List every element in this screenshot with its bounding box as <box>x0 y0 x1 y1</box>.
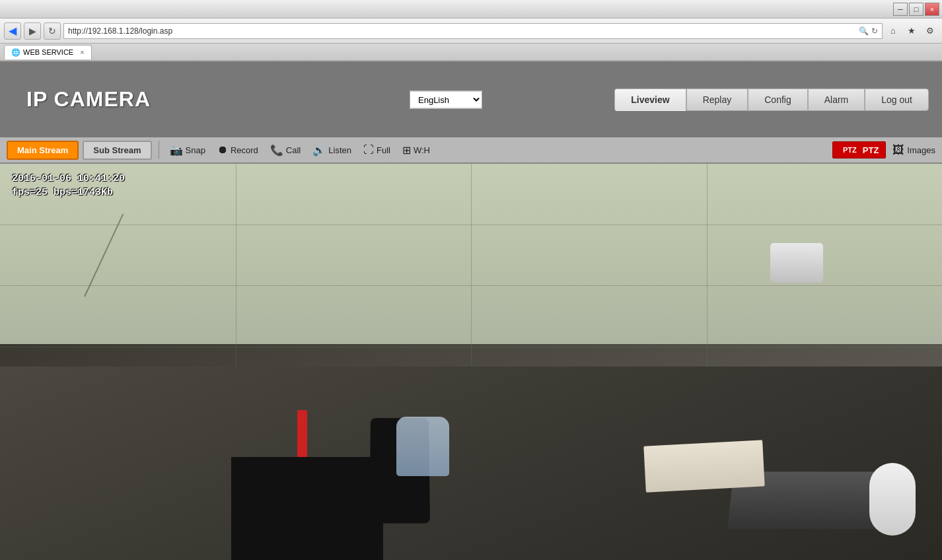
window-controls[interactable]: ─ □ × <box>893 3 939 16</box>
stats-text: fps=25 bps=1743Kb <box>12 186 125 199</box>
listen-tool[interactable]: 🔊 Listen <box>308 143 355 158</box>
search-icon[interactable]: 🔍 <box>859 26 869 36</box>
language-dropdown[interactable]: EngLish Chinese <box>410 90 482 108</box>
camera-device <box>770 243 823 283</box>
record-label: Record <box>231 145 258 155</box>
address-icons: 🔍 ↻ <box>859 26 878 36</box>
tab-liveview[interactable]: Liveview <box>614 88 686 111</box>
tab-logout-label: Log out <box>881 94 912 105</box>
images-icon: 🖼 <box>892 143 904 157</box>
right-tools: PTZ PTZ 🖼 Images <box>832 141 935 158</box>
toolbar-divider <box>159 141 159 159</box>
tab-replay[interactable]: Replay <box>686 88 748 111</box>
refresh-icon-small[interactable]: ↻ <box>871 26 878 36</box>
listen-icon: 🔊 <box>312 144 326 157</box>
tab-alarm-label: Alarm <box>824 94 849 105</box>
back-button[interactable]: ◀ <box>4 22 21 40</box>
wh-tool[interactable]: ⊞ W:H <box>398 143 434 158</box>
timestamp-text: 2016-01-06 10:41:20 <box>12 172 125 186</box>
app-logo: IP CAMERA <box>13 87 151 112</box>
tab-favicon: 🌐 <box>11 48 20 57</box>
snap-tool[interactable]: 📷 Snap <box>166 143 209 158</box>
tab-close-button[interactable]: × <box>80 48 84 56</box>
call-label: Call <box>286 145 301 155</box>
minimize-button[interactable]: ─ <box>893 3 908 16</box>
tab-title: WEB SERVICE <box>23 48 73 56</box>
grid-v2 <box>471 164 472 367</box>
title-bar: ─ □ × <box>0 0 942 18</box>
main-stream-button[interactable]: Main Stream <box>7 141 79 160</box>
full-label: Full <box>377 145 390 155</box>
dark-mat <box>231 457 383 560</box>
nav-tabs: Liveview Replay Config Alarm Log out <box>614 88 929 111</box>
nav-bar: ◀ ▶ ↻ http://192.168.1.128/login.asp 🔍 ↻… <box>0 18 942 44</box>
ptz-label: PTZ <box>863 145 879 155</box>
grid-v1 <box>236 164 236 367</box>
snap-icon: 📷 <box>170 144 183 157</box>
images-label: Images <box>907 145 935 155</box>
video-container: 2016-01-06 10:41:20 fps=25 bps=1743Kb IP… <box>0 164 942 560</box>
settings-button[interactable]: ⚙ <box>922 24 938 38</box>
images-button[interactable]: 🖼 Images <box>892 143 935 157</box>
refresh-button[interactable]: ↻ <box>44 22 61 40</box>
close-button[interactable]: × <box>925 3 939 16</box>
call-tool[interactable]: 📞 Call <box>266 143 305 158</box>
forward-button[interactable]: ▶ <box>24 22 41 40</box>
browser-tab[interactable]: 🌐 WEB SERVICE × <box>4 45 92 59</box>
bookmark-button[interactable]: ★ <box>904 24 920 38</box>
wh-label: W:H <box>414 145 430 155</box>
app-header: IP CAMERA EngLish Chinese Liveview Repla… <box>0 61 942 137</box>
papers-object <box>643 440 764 492</box>
tab-liveview-label: Liveview <box>631 94 669 105</box>
tab-logout[interactable]: Log out <box>865 88 929 111</box>
tab-alarm[interactable]: Alarm <box>808 88 865 111</box>
camera-feed: 2016-01-06 10:41:20 fps=25 bps=1743Kb IP… <box>0 164 942 560</box>
wh-icon: ⊞ <box>402 144 411 157</box>
tab-bar: 🌐 WEB SERVICE × <box>0 44 942 61</box>
address-bar[interactable]: http://192.168.1.128/login.asp 🔍 ↻ <box>63 23 883 39</box>
full-icon: ⛶ <box>363 144 374 156</box>
app-wrapper: IP CAMERA EngLish Chinese Liveview Repla… <box>0 61 942 560</box>
record-tool[interactable]: ⏺ Record <box>213 143 262 157</box>
address-text: http://192.168.1.128/login.asp <box>68 26 856 36</box>
listen-label: Listen <box>328 145 351 155</box>
record-icon: ⏺ <box>217 144 228 156</box>
language-selector[interactable]: EngLish Chinese <box>410 90 482 108</box>
desk-area <box>0 367 942 560</box>
bottle-object <box>396 417 449 476</box>
nav-icons: ⌂ ★ ⚙ <box>885 24 938 38</box>
ptz-button[interactable]: PTZ PTZ <box>832 141 886 158</box>
maximize-button[interactable]: □ <box>909 3 924 16</box>
tab-config-label: Config <box>764 94 791 105</box>
ptz-icon: PTZ <box>840 145 860 155</box>
call-icon: 📞 <box>270 144 283 157</box>
tab-replay-label: Replay <box>703 94 732 105</box>
full-tool[interactable]: ⛶ Full <box>359 143 394 157</box>
grid-v3 <box>707 164 707 367</box>
timestamp-overlay: 2016-01-06 10:41:20 fps=25 bps=1743Kb <box>12 172 125 199</box>
white-device <box>869 463 916 536</box>
stream-toolbar: Main Stream Sub Stream 📷 Snap ⏺ Record 📞… <box>0 137 942 164</box>
home-button[interactable]: ⌂ <box>885 24 901 38</box>
tab-config[interactable]: Config <box>748 88 807 111</box>
panel-diagonal <box>84 213 124 297</box>
sub-stream-button[interactable]: Sub Stream <box>83 141 151 160</box>
snap-label: Snap <box>186 145 205 155</box>
